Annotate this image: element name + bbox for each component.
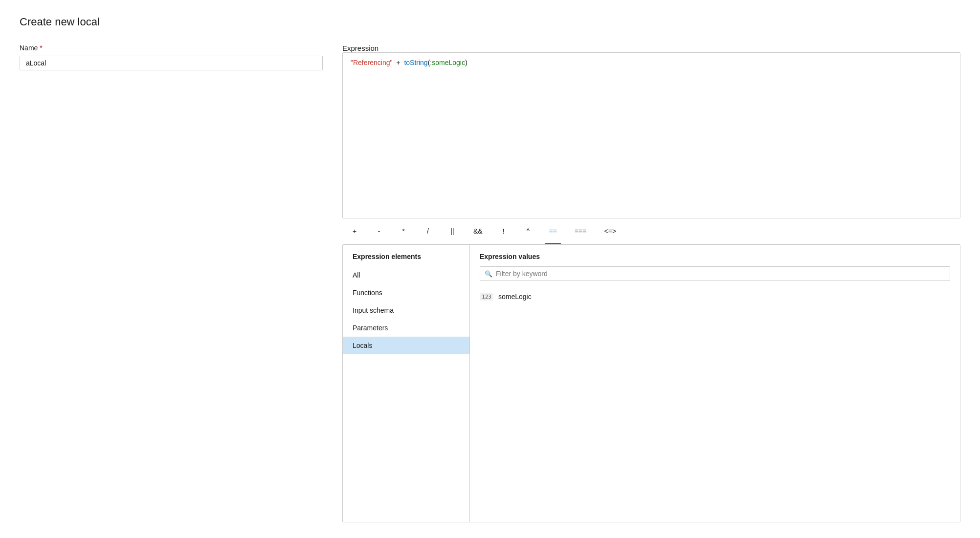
- page-container: Create new local Name * Expression "Refe…: [0, 0, 980, 538]
- op-caret[interactable]: ^: [516, 224, 540, 238]
- op-equals[interactable]: ==: [540, 224, 566, 238]
- value-type-badge: 123: [480, 293, 493, 301]
- bottom-panels: Expression elements All Functions Input …: [342, 244, 960, 522]
- element-functions[interactable]: Functions: [343, 284, 469, 301]
- op-or[interactable]: ||: [440, 224, 465, 238]
- expression-elements-panel: Expression elements All Functions Input …: [343, 245, 470, 522]
- element-input-schema[interactable]: Input schema: [343, 301, 469, 319]
- name-input[interactable]: [20, 56, 323, 70]
- expression-label: Expression: [342, 44, 960, 52]
- left-panel: Name *: [20, 44, 323, 522]
- right-panel: Expression "Referencing" + toString(:som…: [342, 44, 960, 522]
- required-star: *: [40, 44, 42, 52]
- op-multiply[interactable]: *: [391, 224, 416, 238]
- op-not[interactable]: !: [491, 224, 516, 238]
- expr-plus-operator: +: [394, 59, 402, 66]
- value-item-somelogic[interactable]: 123 someLogic: [480, 289, 950, 304]
- element-locals[interactable]: Locals: [343, 337, 469, 354]
- value-name: someLogic: [498, 293, 532, 301]
- page-title: Create new local: [20, 16, 960, 28]
- op-divide[interactable]: /: [416, 224, 440, 238]
- filter-input-wrapper: 🔍: [480, 266, 950, 281]
- search-icon: 🔍: [485, 270, 492, 278]
- name-field-label: Name *: [20, 44, 323, 52]
- operator-bar: + - * / || && ! ^ == === <=>: [342, 218, 960, 244]
- expr-param: :someLogic: [430, 59, 465, 66]
- element-parameters[interactable]: Parameters: [343, 319, 469, 337]
- element-all[interactable]: All: [343, 266, 469, 284]
- main-layout: Name * Expression "Referencing" + toStri…: [20, 44, 960, 522]
- expression-editor[interactable]: "Referencing" + toString(:someLogic): [342, 52, 960, 218]
- op-and[interactable]: &&: [465, 224, 491, 238]
- filter-input[interactable]: [480, 266, 950, 281]
- op-minus[interactable]: -: [367, 224, 391, 238]
- expr-close-paren: ): [465, 59, 468, 66]
- op-compare[interactable]: <=>: [596, 224, 625, 238]
- expr-string: "Referencing": [351, 59, 392, 66]
- expression-code: "Referencing" + toString(:someLogic): [351, 59, 468, 66]
- op-plus[interactable]: +: [342, 224, 367, 238]
- elements-title: Expression elements: [343, 253, 469, 266]
- expression-values-panel: Expression values 🔍 123 someLogic: [470, 245, 960, 522]
- op-strict-equals[interactable]: ===: [566, 224, 596, 238]
- expr-function: toString: [404, 59, 427, 66]
- values-title: Expression values: [480, 253, 950, 260]
